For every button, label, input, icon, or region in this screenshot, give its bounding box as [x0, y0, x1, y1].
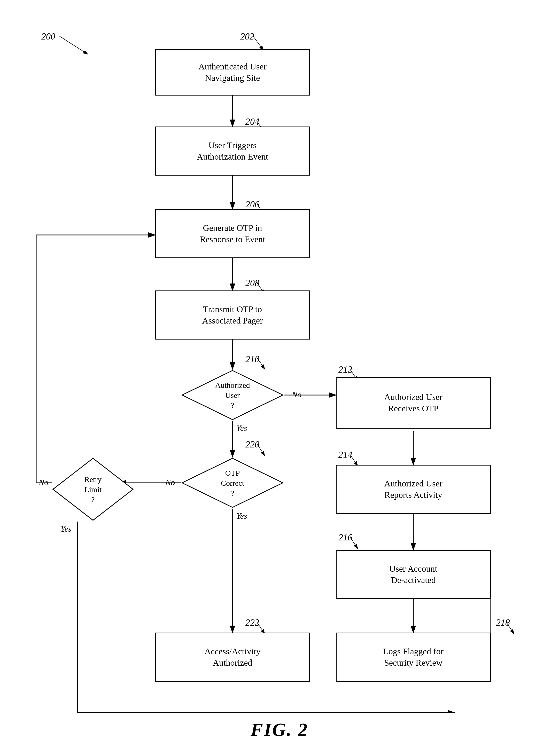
label-no-220: No [165, 478, 175, 487]
diamond-authorized-user: AuthorizedUser? [181, 369, 284, 421]
svg-line-27 [350, 454, 358, 466]
ref-210-arrow [254, 355, 275, 370]
box-authorized-reports: Authorized UserReports Activity [336, 465, 491, 514]
box-transmit-otp: Transmit OTP toAssociated Pager [155, 291, 310, 340]
svg-line-31 [257, 622, 265, 634]
diamond-otp-correct: OTPCorrect? [181, 457, 284, 509]
svg-line-20 [60, 36, 88, 54]
ref-218-arrow [504, 620, 524, 635]
box-authorized-receives: Authorized UserReceives OTP [336, 377, 491, 429]
box-generate-otp: Generate OTP inResponse to Event [155, 209, 310, 258]
ref-220-arrow [254, 441, 275, 457]
label-no-210: No [292, 390, 301, 399]
svg-line-25 [257, 358, 265, 369]
svg-line-29 [506, 622, 514, 634]
ref-200: 200 [41, 31, 55, 42]
box-access-authorized: Access/ActivityAuthorized [155, 633, 310, 682]
box-user-triggers: User TriggersAuthorization Event [155, 127, 310, 176]
ref-200-arrow [57, 33, 98, 57]
label-no-224: No [39, 478, 48, 487]
svg-line-30 [257, 444, 265, 456]
ref-216-arrow [348, 534, 368, 550]
box-authenticated-user: Authenticated UserNavigating Site [155, 49, 310, 95]
box-user-deactivated: User AccountDe-activated [336, 550, 491, 599]
figure-label: FIG. 2 [250, 719, 309, 740]
arrows-svg [21, 16, 537, 713]
diagram-container: 200 202 204 206 208 210 212 214 216 218 … [21, 16, 537, 713]
label-yes-220: Yes [237, 511, 247, 521]
svg-line-21 [253, 36, 264, 50]
label-yes-224: Yes [61, 524, 71, 534]
box-logs-flagged: Logs Flagged forSecurity Review [336, 633, 491, 682]
label-yes-210: Yes [237, 423, 247, 433]
svg-line-28 [350, 537, 358, 549]
diamond-retry-limit: RetryLimit? [52, 457, 134, 522]
